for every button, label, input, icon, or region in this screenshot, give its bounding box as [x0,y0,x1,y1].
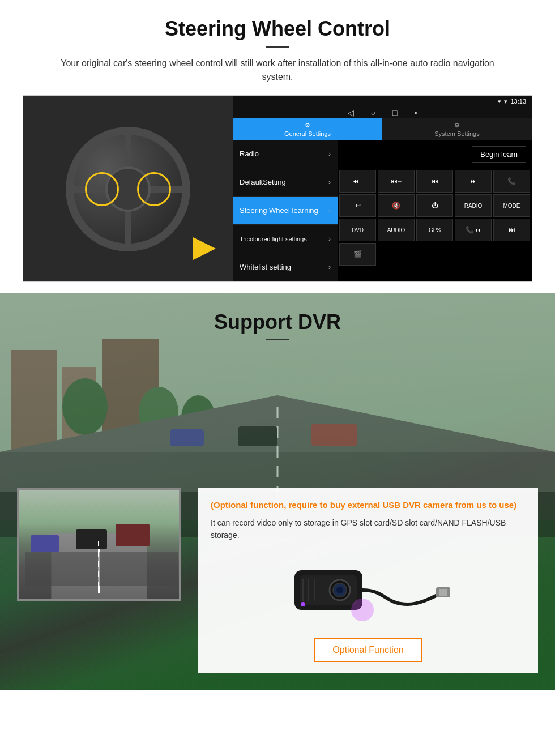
menu-nav-icon[interactable]: ▪ [414,108,417,117]
ctrl-phone[interactable]: 📞 [493,170,530,193]
android-nav: ◁ ○ □ ▪ [233,107,532,118]
begin-learn-button[interactable]: Begin learn [472,146,526,163]
ctrl-audio[interactable]: AUDIO [378,219,415,241]
chevron-icon-default: › [328,178,331,186]
steering-wheel-outer [66,127,190,251]
menu-item-tricoloured[interactable]: Tricoloured light settings › [233,225,338,253]
dvr-title: Support DVR [0,310,555,334]
dvr-title-divider [266,339,289,340]
ctrl-next[interactable]: ⏭ [455,170,492,193]
ctrl-dvd[interactable]: DVD [339,219,376,241]
control-grid: ⏮+ ⏮− ⏮ ⏭ 📞 ↩ 🔇 ⏻ RADIO MODE DVD AUDIO G… [338,168,532,267]
chevron-icon-steering: › [328,207,331,215]
ctrl-back[interactable]: ↩ [339,194,376,217]
ctrl-prev[interactable]: ⏮ [416,170,453,193]
gear-icon: ⚙ [305,122,310,129]
time-display: 13:13 [510,98,526,105]
ctrl-radio[interactable]: RADIO [455,194,492,217]
ctrl-extra[interactable]: 🎬 [339,243,376,266]
menu-item-whitelist[interactable]: Whitelist setting › [233,253,338,281]
signal-icon: ▾ [498,98,501,105]
android-statusbar: ▾ ▾ 13:13 [233,96,532,107]
dvr-description: It can record video only to storage in G… [211,516,526,542]
svg-point-4 [62,378,108,435]
right-panel: Begin learn ⏮+ ⏮− ⏮ ⏭ 📞 ↩ 🔇 ⏻ RADIO MODE… [338,140,532,281]
menu-item-defaultsetting[interactable]: DefaultSetting › [233,168,338,197]
home-nav-icon[interactable]: ○ [371,108,375,117]
recents-nav-icon[interactable]: □ [392,108,397,117]
status-icons: ▾ ▾ 13:13 [498,98,526,105]
chevron-icon-tricoloured: › [328,235,331,243]
svg-rect-17 [25,552,178,586]
tab-system-label: System Settings [434,130,479,137]
svg-rect-10 [311,424,357,446]
dvr-section: Support DVR (Optional function, require [0,293,555,690]
wifi-icon: ▾ [504,98,507,105]
optional-function-button[interactable]: Optional Function [314,638,421,662]
svg-rect-15 [76,529,107,549]
steering-demo: ▾ ▾ 13:13 ◁ ○ □ ▪ ⚙ General Settings ⚙ [23,95,532,282]
ctrl-mode[interactable]: MODE [493,194,530,217]
highlight-left [85,172,119,206]
settings-tabs: ⚙ General Settings ⚙ System Settings [233,118,532,140]
svg-rect-29 [439,589,447,596]
chevron-icon-whitelist: › [328,263,331,271]
android-ui: ▾ ▾ 13:13 ◁ ○ □ ▪ ⚙ General Settings ⚙ [233,96,532,281]
dvr-content: (Optional function, require to buy exter… [0,488,555,673]
steering-description: Your original car's steering wheel contr… [45,57,510,84]
chevron-icon-radio: › [328,150,331,158]
menu-list: Radio › DefaultSetting › Steering Wheel … [233,140,338,281]
svg-rect-14 [31,535,59,552]
begin-learn-row: Begin learn [338,140,532,168]
svg-point-27 [301,602,305,606]
ctrl-vol-down[interactable]: ⏮− [378,170,415,193]
dvr-info-box: (Optional function, require to buy exter… [198,488,538,673]
menu-item-steering-wheel[interactable]: Steering Wheel learning › [233,197,338,225]
steering-title: Steering Wheel Control [23,17,532,41]
dvr-camera-wrapper [211,553,526,638]
ctrl-mute[interactable]: 🔇 [378,194,415,217]
system-icon: ⚙ [454,122,460,129]
dvr-title-area: Support DVR [0,293,555,346]
steering-wheel-image [23,96,233,282]
title-divider [266,46,289,48]
arrow-indicator [193,237,216,260]
settings-menu: Radio › DefaultSetting › Steering Wheel … [233,140,532,281]
svg-rect-8 [170,429,204,446]
dvr-optional-text: (Optional function, require to buy exter… [211,499,526,511]
svg-rect-9 [238,426,278,446]
tab-general-label: General Settings [284,130,331,137]
back-nav-icon[interactable]: ◁ [348,108,354,117]
dvr-camera-svg [283,559,453,633]
tab-system-settings[interactable]: ⚙ System Settings [382,118,532,140]
svg-rect-16 [116,524,150,546]
steering-section: Steering Wheel Control Your original car… [0,0,555,293]
ctrl-phone-prev[interactable]: 📞⏮ [455,219,492,241]
svg-point-26 [336,587,343,593]
menu-item-radio[interactable]: Radio › [233,140,338,168]
ctrl-power[interactable]: ⏻ [416,194,453,217]
highlight-right [137,172,171,206]
dvr-preview-thumbnail [17,488,181,601]
ctrl-next2[interactable]: ⏭ [493,219,530,241]
ctrl-gps[interactable]: GPS [416,219,453,241]
ctrl-vol-up[interactable]: ⏮+ [339,170,376,193]
tab-general-settings[interactable]: ⚙ General Settings [233,118,382,140]
steering-wheel-visual [23,96,233,282]
dvr-preview-inner [19,490,179,599]
preview-svg [19,490,179,599]
svg-point-30 [351,599,374,621]
